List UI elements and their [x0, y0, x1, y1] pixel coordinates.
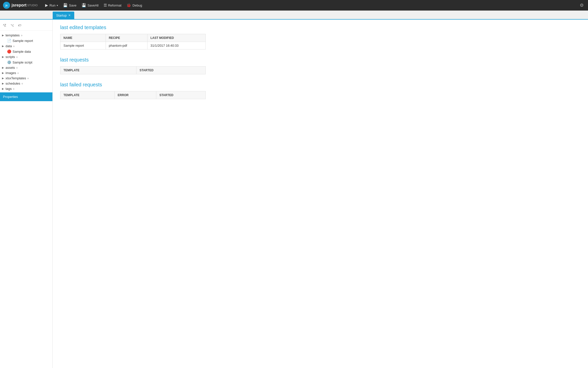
svg-text:ᴬZ: ᴬZ [3, 24, 6, 27]
tree-label-tags: tags [6, 87, 12, 91]
run-button[interactable]: ▶ Run ▾ [43, 2, 60, 9]
doc-icon: 📄 [7, 39, 11, 43]
sidebar-tree: ▶ templates + 📄Sample report ▶ data + 🔴S… [0, 33, 52, 91]
tree-add-data[interactable]: + [13, 44, 15, 48]
tab-close-button[interactable]: ✕ [68, 14, 71, 17]
tree-arrow-xlsxTemplates: ▶ [2, 77, 5, 80]
tree-add-tags[interactable]: + [13, 87, 15, 91]
tab-startup-label: Startup [56, 14, 67, 17]
sidebar-item-images[interactable]: ▶ images + [0, 70, 52, 76]
sidebar-item-xlsxTemplates[interactable]: ▶ xlsxTemplates + [0, 76, 52, 81]
gear-icon: ⚙️ [7, 60, 11, 64]
tree-child-label: Sample script [13, 60, 32, 64]
tree-arrow-schedules: ▶ [2, 82, 5, 85]
svg-text:🏷: 🏷 [18, 24, 21, 27]
tree-label-scripts: scripts [6, 55, 15, 59]
tree-arrow-images: ▶ [2, 72, 5, 74]
last-failed-title: last failed requests [60, 82, 580, 88]
tree-label-xlsxTemplates: xlsxTemplates [6, 76, 26, 80]
sidebar-item-schedules[interactable]: ▶ schedules + [0, 81, 52, 86]
run-icon: ▶ [45, 3, 48, 8]
col-header-error: ERROR [115, 91, 156, 99]
last-requests-title: last requests [60, 57, 580, 63]
tag-button[interactable]: 🏷 [17, 23, 23, 28]
tree-child-label: Sample report [13, 39, 33, 43]
tabbar: Startup ✕ [0, 11, 588, 20]
tree-add-assets[interactable]: + [16, 66, 18, 70]
reformat-button[interactable]: ☰ Reformat [101, 2, 124, 9]
tree-arrow-assets: ▶ [2, 66, 5, 69]
sidebar-item-scripts[interactable]: ▶ scripts + [0, 54, 52, 59]
debug-button[interactable]: 🐞 Debug [124, 2, 144, 9]
col-header-last-modified: LAST MODIFIED [147, 34, 205, 42]
tree-child-label: Sample data [13, 50, 31, 53]
table-cell: phantom-pdf [106, 42, 147, 49]
col-header-template: TEMPLATE [60, 91, 115, 99]
db-icon: 🔴 [7, 49, 11, 53]
col-header-recipe: RECIPE [106, 34, 147, 42]
toolbar: js jsreport STUDIO ▶ Run ▾ 💾 Save 💾 Save… [0, 0, 588, 11]
tree-arrow-scripts: ▶ [2, 55, 5, 58]
brand-sub: STUDIO [27, 4, 38, 7]
table-cell: Sample report [60, 42, 106, 49]
tree-add-templates[interactable]: + [21, 34, 23, 37]
tree-label-assets: assets [6, 66, 15, 70]
sidebar-child-sample-report[interactable]: 📄Sample report [0, 38, 52, 43]
reformat-icon: ☰ [104, 3, 107, 8]
col-header-template: TEMPLATE [60, 67, 136, 74]
tree-add-schedules[interactable]: + [21, 82, 23, 85]
save-icon: 💾 [63, 3, 68, 8]
sidebar: ᴬZ ⌥ 🏷 ▶ templates + 📄Sample report ▶ da… [0, 20, 53, 368]
col-header-started: STARTED [156, 91, 206, 99]
last-requests-table: TEMPLATESTARTED [60, 66, 206, 74]
svg-text:⌥: ⌥ [11, 24, 14, 27]
sidebar-toolbar: ᴬZ ⌥ 🏷 [0, 22, 52, 31]
tree-arrow-tags: ▶ [2, 87, 5, 90]
content-area: last edited templates NAMERECIPELAST MOD… [53, 20, 588, 368]
sidebar-item-templates[interactable]: ▶ templates + [0, 33, 52, 38]
properties-panel[interactable]: Properties [0, 92, 52, 101]
sidebar-item-data[interactable]: ▶ data + [0, 43, 52, 49]
save-all-icon: 💾 [82, 3, 86, 8]
sidebar-child-sample-script[interactable]: ⚙️Sample script [0, 59, 52, 65]
svg-text:js: js [5, 4, 8, 7]
tree-add-scripts[interactable]: + [16, 55, 18, 59]
tree-label-images: images [6, 71, 16, 75]
save-label: Save [69, 4, 77, 7]
app-logo: js jsreport STUDIO [3, 2, 38, 9]
filter-tag-button[interactable]: ⌥ [10, 23, 16, 28]
col-header-started: STARTED [136, 67, 206, 74]
run-label: Run [49, 4, 55, 7]
save-all-button[interactable]: 💾 SaveAll [79, 2, 101, 9]
col-header-name: NAME [60, 34, 106, 42]
reformat-label: Reformat [108, 4, 121, 7]
brand-name: jsreport [12, 3, 27, 8]
logo-icon: js [3, 2, 10, 9]
tab-startup[interactable]: Startup ✕ [53, 12, 74, 19]
last-edited-table: NAMERECIPELAST MODIFIED Sample reportpha… [60, 34, 206, 49]
save-button[interactable]: 💾 Save [60, 2, 79, 9]
sidebar-item-tags[interactable]: ▶ tags + [0, 86, 52, 91]
sidebar-item-assets[interactable]: ▶ assets + [0, 65, 52, 70]
debug-label: Debug [132, 4, 142, 7]
table-row[interactable]: Sample reportphantom-pdf31/1/2017 16:40:… [60, 42, 206, 49]
save-all-label: SaveAll [88, 4, 99, 7]
last-failed-table: TEMPLATEERRORSTARTED [60, 91, 206, 99]
tree-arrow-templates: ▶ [2, 34, 5, 37]
tree-add-xlsxTemplates[interactable]: + [27, 77, 29, 80]
tree-add-images[interactable]: + [17, 71, 19, 75]
tree-label-schedules: schedules [6, 82, 20, 85]
tree-arrow-data: ▶ [2, 45, 5, 47]
filter-az-button[interactable]: ᴬZ [2, 23, 8, 28]
last-edited-title: last edited templates [60, 25, 580, 30]
table-cell: 31/1/2017 16:40:33 [147, 42, 205, 49]
sidebar-child-sample-data[interactable]: 🔴Sample data [0, 49, 52, 54]
run-dropdown-icon: ▾ [57, 4, 58, 7]
main-layout: ᴬZ ⌥ 🏷 ▶ templates + 📄Sample report ▶ da… [0, 20, 588, 368]
tree-label-templates: templates [6, 33, 20, 37]
settings-button[interactable]: ⚙ [578, 1, 585, 9]
debug-icon: 🐞 [126, 3, 131, 8]
tree-label-data: data [6, 44, 12, 48]
